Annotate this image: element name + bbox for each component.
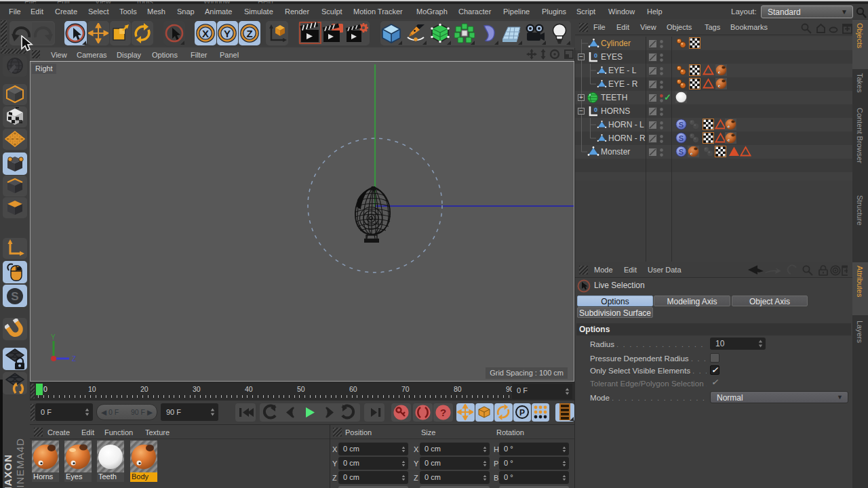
svg-text:Y: Y <box>224 28 231 39</box>
svg-text:S: S <box>11 290 18 303</box>
svg-text:?: ? <box>440 407 446 418</box>
svg-text:Y: Y <box>51 333 56 341</box>
svg-text:X: X <box>202 28 209 39</box>
svg-text:Z: Z <box>72 355 76 363</box>
svg-text:P: P <box>519 408 525 418</box>
svg-text:Z: Z <box>246 28 252 39</box>
